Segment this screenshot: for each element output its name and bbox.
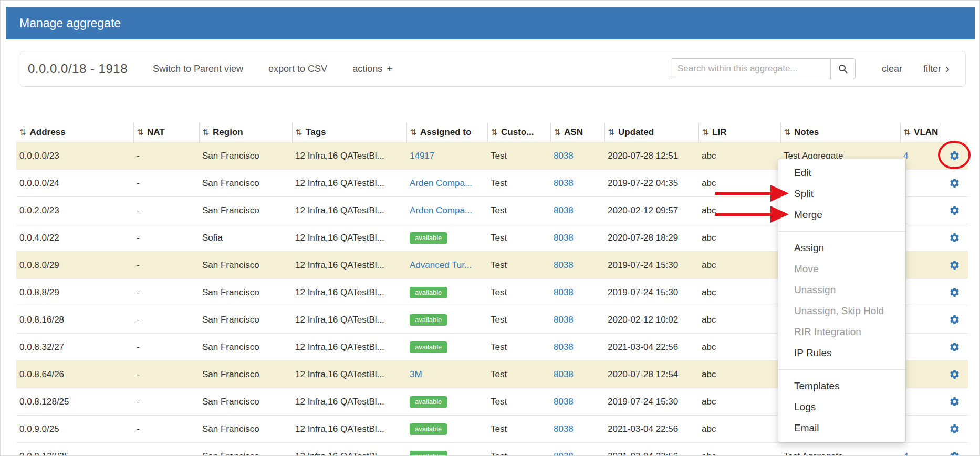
gear-icon[interactable] xyxy=(949,314,960,325)
col-updated[interactable]: ⇅Updated xyxy=(604,123,698,142)
col-vlan[interactable]: ⇅VLAN xyxy=(900,123,941,142)
col-label: Tags xyxy=(306,127,326,137)
lir-cell: abc xyxy=(698,279,780,306)
assigned-cell: available xyxy=(406,306,487,334)
vlan-cell xyxy=(900,361,941,388)
address-cell: 0.0.8.32/27 xyxy=(16,334,133,361)
vlan-link[interactable]: 4 xyxy=(903,451,908,456)
tags-cell: 12 Infra,16 QATestBl... xyxy=(292,142,406,170)
actions-button[interactable]: actions + xyxy=(352,63,392,75)
asn-cell: 8038 xyxy=(550,388,604,416)
col-lir[interactable]: ⇅LIR xyxy=(698,123,780,142)
col-region[interactable]: ⇅Region xyxy=(199,123,292,142)
col-label: VLAN xyxy=(914,127,938,137)
region-cell: San Francisco xyxy=(199,388,292,416)
assigned-cell: Arden Compa... xyxy=(406,170,487,197)
vlan-cell xyxy=(900,388,941,416)
menu-item-edit[interactable]: Edit xyxy=(778,162,905,183)
nat-cell: - xyxy=(133,306,199,334)
nat-cell: - xyxy=(133,361,199,388)
menu-item-email[interactable]: Email xyxy=(778,418,905,439)
col-assigned-to[interactable]: ⇅Assigned to xyxy=(406,123,487,142)
asn-link[interactable]: 8038 xyxy=(554,424,574,434)
menu-divider xyxy=(778,231,905,232)
asn-link[interactable]: 8038 xyxy=(554,233,574,243)
switch-parent-view-button[interactable]: Switch to Parent view xyxy=(153,64,243,75)
switch-parent-view-label: Switch to Parent view xyxy=(153,64,243,75)
gear-icon[interactable] xyxy=(949,260,960,271)
search-input[interactable] xyxy=(671,58,831,79)
asn-link[interactable]: 8038 xyxy=(554,287,574,297)
gear-icon[interactable] xyxy=(949,396,960,407)
tags-cell: 12 Infra,16 QATestBl... xyxy=(292,306,406,334)
asn-link[interactable]: 8038 xyxy=(554,369,574,379)
asn-link[interactable]: 8038 xyxy=(554,315,574,325)
gear-icon[interactable] xyxy=(949,287,960,298)
page: Manage aggregate 0.0.0.0/18 - 1918 Switc… xyxy=(0,0,980,456)
menu-item-logs[interactable]: Logs xyxy=(778,397,905,418)
clear-label: clear xyxy=(882,64,902,75)
address-cell: 0.0.8.16/28 xyxy=(16,306,133,334)
gear-icon[interactable] xyxy=(949,178,960,189)
updated-cell: 2019-07-24 15:30 xyxy=(604,279,698,306)
vlan-cell xyxy=(900,334,941,361)
lir-cell: abc xyxy=(698,252,780,279)
assigned-link[interactable]: Arden Compa... xyxy=(410,205,472,215)
customer-cell: Test xyxy=(487,252,550,279)
menu-item-assign[interactable]: Assign xyxy=(778,237,905,258)
asn-link[interactable]: 8038 xyxy=(554,451,574,456)
col-nat[interactable]: ⇅NAT xyxy=(133,123,199,142)
nat-cell: - xyxy=(133,224,199,252)
col-tags[interactable]: ⇅Tags xyxy=(292,123,406,142)
search-button[interactable] xyxy=(830,58,856,79)
lir-cell: abc xyxy=(698,224,780,252)
gear-icon[interactable] xyxy=(949,451,960,456)
col-address[interactable]: ⇅Address xyxy=(16,123,133,142)
tags-cell: 12 Infra,16 QATestBl... xyxy=(292,416,406,443)
col-notes[interactable]: ⇅Notes xyxy=(780,123,900,142)
address-cell: 0.0.2.0/23 xyxy=(16,197,133,224)
toolbar-right: clear filter › xyxy=(671,58,950,79)
asn-link[interactable]: 8038 xyxy=(554,397,574,407)
menu-item-merge[interactable]: Merge xyxy=(778,204,905,225)
export-csv-label: export to CSV xyxy=(268,64,327,75)
updated-cell: 2020-07-28 12:54 xyxy=(604,361,698,388)
assigned-link[interactable]: Advanced Tur... xyxy=(410,260,472,270)
customer-cell: Test xyxy=(487,361,550,388)
region-cell: San Francisco xyxy=(199,142,292,170)
col-customer[interactable]: ⇅Custo... xyxy=(487,123,550,142)
row-actions-cell xyxy=(941,170,968,197)
asn-link[interactable]: 8038 xyxy=(554,342,574,352)
col-asn[interactable]: ⇅ASN xyxy=(550,123,604,142)
gear-icon[interactable] xyxy=(949,205,960,216)
gear-icon[interactable] xyxy=(949,341,960,353)
asn-cell: 8038 xyxy=(550,170,604,197)
tags-cell: 12 Infra,16 QATestBl... xyxy=(292,361,406,388)
menu-item-split[interactable]: Split xyxy=(778,183,905,204)
assigned-link[interactable]: 3M xyxy=(410,369,422,379)
gear-icon[interactable] xyxy=(949,150,960,161)
nat-cell: - xyxy=(133,388,199,416)
menu-item-ip-rules[interactable]: IP Rules xyxy=(778,343,905,364)
assigned-link[interactable]: Arden Compa... xyxy=(410,178,472,188)
asn-link[interactable]: 8038 xyxy=(554,260,574,270)
asn-link[interactable]: 8038 xyxy=(554,151,574,161)
asn-link[interactable]: 8038 xyxy=(554,178,574,188)
menu-item-templates[interactable]: Templates xyxy=(778,376,905,397)
updated-cell: 2019-07-24 15:30 xyxy=(604,388,698,416)
assigned-cell: 3M xyxy=(406,361,487,388)
available-badge: available xyxy=(410,396,447,408)
gear-icon[interactable] xyxy=(949,232,960,243)
col-label: LIR xyxy=(712,127,726,137)
nat-cell: - xyxy=(133,334,199,361)
row-actions-cell xyxy=(941,388,968,416)
gear-icon[interactable] xyxy=(949,423,960,434)
export-csv-button[interactable]: export to CSV xyxy=(268,64,327,75)
address-cell: 0.0.0.0/23 xyxy=(16,142,133,170)
sort-icon: ⇅ xyxy=(554,128,561,137)
clear-button[interactable]: clear xyxy=(882,64,902,75)
asn-link[interactable]: 8038 xyxy=(554,205,574,215)
assigned-link[interactable]: 14917 xyxy=(410,151,434,161)
filter-button[interactable]: filter › xyxy=(923,63,950,75)
gear-icon[interactable] xyxy=(949,369,960,380)
